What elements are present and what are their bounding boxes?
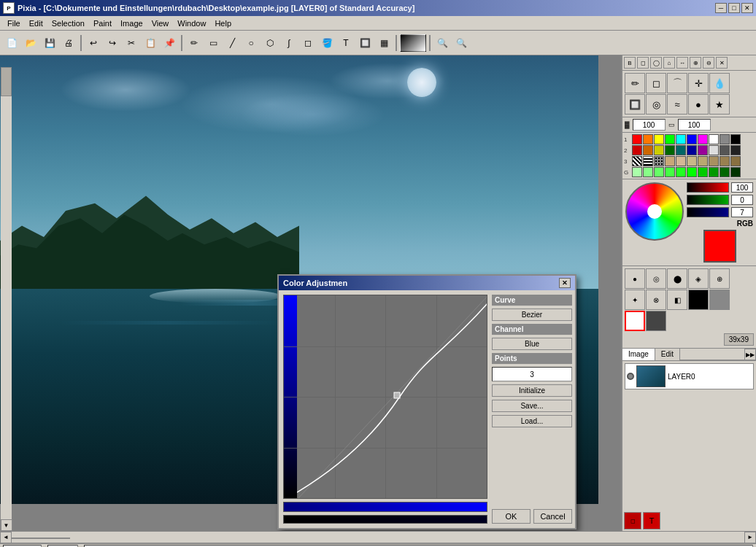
save-button[interactable]: Save... xyxy=(492,400,572,412)
brush-type-6[interactable]: ✦ xyxy=(625,290,645,310)
scroll-thumb-v[interactable] xyxy=(1,67,12,96)
color-cell[interactable] xyxy=(676,145,686,155)
ellipse-tool[interactable]: ○ xyxy=(242,34,260,52)
brush-type-1[interactable]: ● xyxy=(625,268,645,289)
lasso-icon[interactable]: ⌒ xyxy=(667,73,687,93)
eyedrop-icon[interactable]: 💧 xyxy=(709,73,730,93)
cancel-button[interactable]: Cancel xyxy=(533,509,572,524)
color-cell[interactable] xyxy=(676,134,686,144)
bezier-button[interactable]: Bezier xyxy=(492,309,572,321)
cut-tool[interactable]: ✂ xyxy=(123,34,140,52)
color-cell[interactable] xyxy=(687,156,697,166)
pattern-cell[interactable] xyxy=(654,156,664,166)
color-cell[interactable] xyxy=(720,167,730,177)
color-cell[interactable] xyxy=(698,167,708,177)
menu-image[interactable]: Image xyxy=(116,18,147,29)
color-cell[interactable] xyxy=(632,167,642,177)
fill-tool[interactable]: 🪣 xyxy=(318,34,336,52)
brush-gray[interactable] xyxy=(709,290,730,310)
color-wheel[interactable] xyxy=(625,182,684,241)
menu-selection[interactable]: Selection xyxy=(47,18,89,29)
color-cell[interactable] xyxy=(676,167,686,177)
scroll-down-button[interactable]: ▼ xyxy=(1,519,12,531)
color-cell[interactable] xyxy=(632,145,642,155)
maximize-button[interactable]: □ xyxy=(728,3,740,13)
polygon-tool[interactable]: ⬡ xyxy=(261,34,279,52)
color-cell[interactable] xyxy=(709,145,719,155)
pattern-cell[interactable] xyxy=(632,156,642,166)
dialog-close-button[interactable]: ✕ xyxy=(559,278,571,288)
smudge-icon[interactable]: ≈ xyxy=(667,94,687,115)
rect-tool[interactable]: ▭ xyxy=(204,34,222,52)
color-cell[interactable] xyxy=(730,145,741,155)
background-color[interactable] xyxy=(646,311,666,331)
layer-options[interactable]: ▶▶ xyxy=(744,349,756,360)
color-cell[interactable] xyxy=(687,167,697,177)
zoom-out-tool[interactable]: 🔍 xyxy=(452,34,470,52)
color-cell[interactable] xyxy=(720,134,730,144)
fill-icon[interactable]: 🔲 xyxy=(625,94,645,115)
color-gradient-tool[interactable] xyxy=(400,34,426,52)
blue-button[interactable]: Blue xyxy=(492,338,572,350)
pencil-tool[interactable]: ✏ xyxy=(185,34,203,52)
opacity-field[interactable]: 100 xyxy=(633,119,666,131)
color-cell[interactable] xyxy=(654,145,664,155)
green-slider[interactable] xyxy=(687,195,729,205)
red-slider[interactable] xyxy=(687,182,729,193)
open-tool[interactable]: 📂 xyxy=(22,34,39,52)
color-cell[interactable] xyxy=(709,167,719,177)
color-cell[interactable] xyxy=(687,134,697,144)
green-value[interactable]: 0 xyxy=(731,195,753,205)
minimize-button[interactable]: ─ xyxy=(715,3,727,13)
layer-item[interactable]: LAYER0 xyxy=(625,363,754,389)
layer-visibility[interactable] xyxy=(627,373,634,380)
save-tool[interactable]: 💾 xyxy=(41,34,58,52)
rp-btn7[interactable]: ⊖ xyxy=(703,57,714,69)
scroll-right-button[interactable]: ► xyxy=(744,532,756,543)
rp-btn3[interactable]: ◯ xyxy=(650,57,662,69)
color-cell[interactable] xyxy=(665,156,675,166)
brush-icon[interactable]: ✏ xyxy=(625,73,645,93)
pattern-cell[interactable] xyxy=(643,156,653,166)
line-tool[interactable]: ╱ xyxy=(223,34,241,52)
color-cell[interactable] xyxy=(665,167,675,177)
color-cell[interactable] xyxy=(643,134,653,144)
menu-paint[interactable]: Paint xyxy=(89,18,116,29)
foreground-color[interactable] xyxy=(625,311,645,331)
horizontal-scrollbar[interactable]: ◄ ► xyxy=(0,531,756,543)
brush-type-4[interactable]: ◈ xyxy=(688,268,709,289)
color-swatch[interactable] xyxy=(703,230,736,263)
color-cell[interactable] xyxy=(698,156,708,166)
scroll-thumb-h[interactable] xyxy=(12,538,70,539)
brush-type-3[interactable]: ⬤ xyxy=(667,268,687,289)
stamp-tool[interactable]: 🔲 xyxy=(356,34,374,52)
rp-btn4[interactable]: ⌂ xyxy=(663,57,675,69)
color-cell[interactable] xyxy=(730,167,741,177)
undo-tool[interactable]: ↩ xyxy=(85,34,102,52)
brush-type-8[interactable]: ◧ xyxy=(667,290,687,310)
brush-type-5[interactable]: ⊕ xyxy=(709,268,730,289)
blue-slider[interactable] xyxy=(687,207,729,217)
menu-help[interactable]: Help xyxy=(210,18,236,29)
color-cell[interactable] xyxy=(698,134,708,144)
brush-type-7[interactable]: ⊗ xyxy=(646,290,666,310)
image-tab[interactable]: Image xyxy=(622,349,655,360)
color-cell[interactable] xyxy=(654,134,664,144)
vertical-scrollbar[interactable]: ▲ ▼ xyxy=(0,55,12,531)
gradient-tool[interactable]: ▦ xyxy=(375,34,393,52)
ok-button[interactable]: OK xyxy=(492,509,531,524)
points-input[interactable]: 3 xyxy=(492,367,572,381)
layer-action-1[interactable]: ◻ xyxy=(624,512,641,529)
bezier-tool[interactable]: ∫ xyxy=(280,34,298,52)
edit-tab[interactable]: Edit xyxy=(655,349,680,360)
airbrush-icon[interactable]: ◎ xyxy=(646,94,666,115)
text-tool[interactable]: T xyxy=(337,34,355,52)
menu-edit[interactable]: Edit xyxy=(25,18,47,29)
color-cell[interactable] xyxy=(643,167,653,177)
color-cell[interactable] xyxy=(632,134,642,144)
menu-view[interactable]: View xyxy=(147,18,174,29)
menu-window[interactable]: Window xyxy=(173,18,210,29)
initialize-button[interactable]: Initialize xyxy=(492,384,572,397)
print-tool[interactable]: 🖨 xyxy=(60,34,77,52)
color-cell[interactable] xyxy=(730,156,741,166)
